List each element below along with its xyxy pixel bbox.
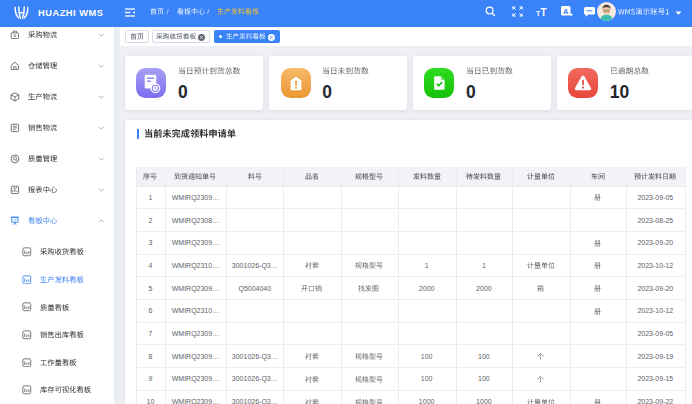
svg-text:T: T xyxy=(541,7,547,18)
svg-text:A: A xyxy=(563,7,569,16)
